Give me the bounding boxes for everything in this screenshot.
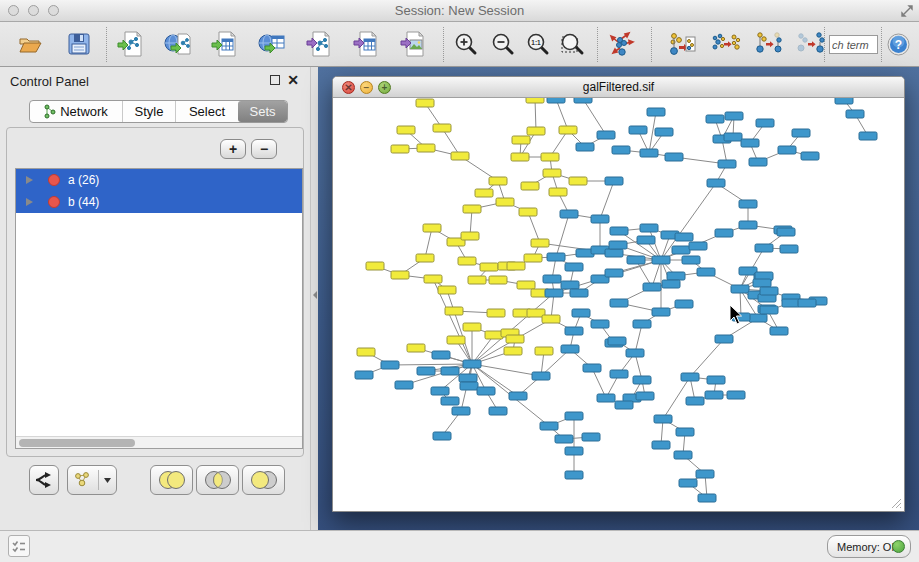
network-node[interactable] xyxy=(547,98,565,103)
network-node[interactable] xyxy=(512,136,530,144)
network-node[interactable] xyxy=(460,382,478,390)
zoom-in-button[interactable] xyxy=(451,28,481,60)
tab-style[interactable]: Style xyxy=(122,101,175,122)
network-node[interactable] xyxy=(480,263,498,271)
network-node[interactable] xyxy=(674,451,692,459)
task-history-button[interactable] xyxy=(8,535,30,557)
network-node[interactable] xyxy=(675,300,693,308)
network-node[interactable] xyxy=(504,347,522,355)
network-node[interactable] xyxy=(417,367,435,375)
network-node[interactable] xyxy=(391,145,409,153)
network-node[interactable] xyxy=(655,128,673,136)
network-node[interactable] xyxy=(438,286,456,294)
open-session-button[interactable] xyxy=(16,28,46,60)
network-node[interactable] xyxy=(778,146,796,154)
network-node[interactable] xyxy=(532,372,550,380)
network-node[interactable] xyxy=(707,179,725,187)
network-node[interactable] xyxy=(756,119,774,127)
network-node[interactable] xyxy=(424,275,442,283)
network-node[interactable] xyxy=(381,361,399,369)
save-session-button[interactable] xyxy=(64,28,94,60)
network-node[interactable] xyxy=(463,360,481,368)
network-node[interactable] xyxy=(637,236,655,244)
network-node[interactable] xyxy=(835,98,853,104)
network-node[interactable] xyxy=(458,257,476,265)
network-node[interactable] xyxy=(652,441,670,449)
network-node[interactable] xyxy=(681,373,699,381)
apply-layout-button[interactable] xyxy=(607,28,637,60)
network-node[interactable] xyxy=(355,371,373,379)
network-node[interactable] xyxy=(441,367,459,375)
network-node[interactable] xyxy=(569,177,587,185)
horizontal-scrollbar[interactable] xyxy=(16,436,302,448)
network-node[interactable] xyxy=(447,336,465,344)
network-node[interactable] xyxy=(724,133,742,141)
network-node[interactable] xyxy=(725,112,743,120)
network-node[interactable] xyxy=(591,320,609,328)
zoom-out-button[interactable] xyxy=(488,28,518,60)
union-of-sets-button[interactable] xyxy=(150,465,193,495)
network-node[interactable] xyxy=(541,153,559,161)
network-node[interactable] xyxy=(718,160,736,168)
network-node[interactable] xyxy=(489,407,507,415)
network-node[interactable] xyxy=(526,98,544,103)
network-node[interactable] xyxy=(643,283,661,291)
network-node[interactable] xyxy=(565,412,583,420)
network-node[interactable] xyxy=(540,422,558,430)
network-node[interactable] xyxy=(689,242,707,250)
network-node[interactable] xyxy=(652,308,670,316)
network-node[interactable] xyxy=(749,158,767,166)
network-node[interactable] xyxy=(667,272,685,280)
network-node[interactable] xyxy=(739,221,757,229)
network-node[interactable] xyxy=(357,348,375,356)
network-node[interactable] xyxy=(633,320,651,328)
network-node[interactable] xyxy=(445,307,463,315)
network-node[interactable] xyxy=(549,188,567,196)
network-node[interactable] xyxy=(583,364,601,372)
memory-status-button[interactable]: Memory: OK xyxy=(827,535,911,558)
network-node[interactable] xyxy=(610,227,628,235)
network-node[interactable] xyxy=(707,376,725,384)
remove-set-button[interactable]: − xyxy=(251,139,277,159)
network-node[interactable] xyxy=(798,299,816,307)
network-node[interactable] xyxy=(647,108,665,116)
network-node[interactable] xyxy=(615,401,633,409)
network-node[interactable] xyxy=(672,246,690,254)
network-node[interactable] xyxy=(545,289,563,297)
network-node[interactable] xyxy=(423,224,441,232)
create-set-from-network-button[interactable] xyxy=(67,465,117,495)
network-node[interactable] xyxy=(755,244,773,252)
network-view-frame[interactable]: ✕ − + galFiltered.sif xyxy=(332,76,905,512)
network-node[interactable] xyxy=(509,392,527,400)
zoom-actual-size-button[interactable]: 1:1 xyxy=(523,28,553,60)
network-node[interactable] xyxy=(715,335,733,343)
network-node[interactable] xyxy=(506,335,524,343)
network-node[interactable] xyxy=(463,323,481,331)
close-panel-icon[interactable]: ✕ xyxy=(287,71,299,89)
export-image-button[interactable] xyxy=(398,28,428,60)
intersection-of-sets-button[interactable] xyxy=(196,465,239,495)
zoom-fit-selected-button[interactable] xyxy=(558,28,588,60)
copy-group-button[interactable] xyxy=(711,28,741,60)
network-node[interactable] xyxy=(477,387,495,395)
network-node[interactable] xyxy=(731,285,749,293)
network-node[interactable] xyxy=(792,129,810,137)
network-node[interactable] xyxy=(565,447,583,455)
network-node[interactable] xyxy=(417,144,435,152)
expand-set-icon[interactable] xyxy=(26,176,33,184)
tab-select[interactable]: Select xyxy=(175,101,238,122)
network-node[interactable] xyxy=(591,215,609,223)
network-node[interactable] xyxy=(521,182,539,190)
network-node[interactable] xyxy=(416,99,434,107)
panel-divider[interactable] xyxy=(310,67,318,530)
network-node[interactable] xyxy=(565,471,583,479)
network-node[interactable] xyxy=(542,315,560,323)
network-node[interactable] xyxy=(432,351,450,359)
network-node[interactable] xyxy=(507,262,525,270)
network-node[interactable] xyxy=(565,263,583,271)
network-node[interactable] xyxy=(739,200,757,208)
dropdown-arrow-icon[interactable] xyxy=(103,476,112,484)
network-node[interactable] xyxy=(777,228,795,236)
network-node[interactable] xyxy=(626,349,644,357)
network-node[interactable] xyxy=(727,391,745,399)
